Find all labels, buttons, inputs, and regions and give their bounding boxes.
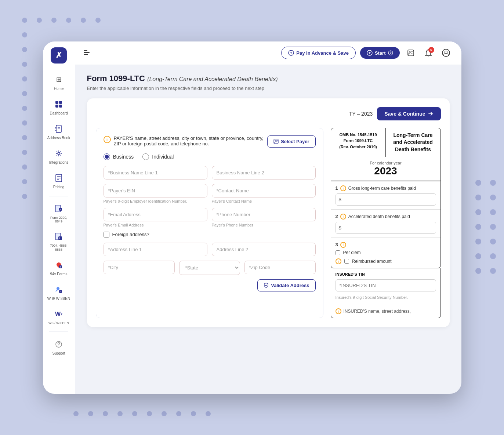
start-plus-icon — [367, 50, 373, 56]
sidebar-item-dashboard[interactable]: Dashboard — [45, 95, 73, 119]
pay-advance-button[interactable]: Pay in Advance & Save — [281, 47, 356, 59]
form-card: TY – 2023 Save & Continue i — [87, 98, 450, 327]
reimbursed-checkbox[interactable] — [344, 259, 349, 264]
insured-tin-heading: INSURED'S TIN — [336, 272, 436, 276]
name-fields-row — [104, 166, 316, 180]
per-diem-label: Per diem — [343, 250, 361, 255]
address-line2-input[interactable] — [212, 243, 316, 256]
validate-row: Validate Address — [104, 279, 316, 291]
shield-check-icon — [264, 283, 269, 288]
city-state-zip-row: *State — [104, 261, 316, 275]
sidebar-item-label: W-9/ W-8BEN — [48, 321, 69, 325]
sidebar-item-form7004[interactable]: 2 7004, 4868, 8868 — [45, 228, 73, 255]
sidebar-item-label: Address Book — [47, 136, 70, 140]
form7004-icon: 2 — [53, 231, 65, 243]
form-subtitle: (Long-Term Care and Accelerated Death Be… — [147, 76, 278, 82]
business-radio[interactable] — [104, 153, 110, 160]
support-icon — [53, 338, 65, 350]
field2-dollar-input: $ — [336, 222, 436, 234]
contact-name-field: Payer's Contact Name — [212, 184, 316, 203]
business-name-1-input[interactable] — [104, 166, 207, 180]
business-name-2-input[interactable] — [212, 166, 316, 180]
sidebar-item-integrations[interactable]: Integrations — [45, 145, 73, 168]
individual-radio-label[interactable]: Individual — [142, 153, 174, 160]
field1-number: 1 — [336, 185, 338, 191]
sidebar-item-home[interactable]: ⊞ Home — [45, 71, 73, 94]
svg-text:2: 2 — [60, 209, 61, 211]
address-line2-field — [212, 243, 316, 256]
sidebar-item-pricing[interactable]: Pricing — [45, 169, 73, 192]
individual-radio[interactable] — [142, 153, 149, 160]
payer-header: i PAYER'S name, street address, city or … — [104, 135, 316, 148]
address-line1-input[interactable] — [104, 243, 207, 256]
start-label: Start — [375, 50, 386, 56]
sidebar-item-address-book[interactable]: Address Book — [45, 120, 73, 143]
select-payer-label: Select Payer — [281, 139, 309, 144]
insured-name-hint: i INSURED'S name, street address, — [336, 308, 436, 314]
user-profile-button[interactable] — [439, 46, 453, 59]
validate-address-button[interactable]: Validate Address — [257, 279, 315, 291]
svg-rect-1 — [59, 101, 62, 104]
svg-rect-7 — [55, 127, 57, 128]
business-label: Business — [113, 154, 134, 160]
form-body: i PAYER'S name, street address, city or … — [96, 128, 441, 319]
sidebar-item-94xforms[interactable]: 2 W-9/ W-8BEN — [45, 281, 73, 304]
start-button[interactable]: Start — [360, 47, 400, 59]
email-phone-row: Payer's Email Address Payer's Phone Numb… — [104, 208, 316, 227]
contacts-icon-button[interactable] — [404, 46, 417, 59]
address-book-icon — [53, 123, 65, 135]
business-name-1-field — [104, 166, 207, 180]
per-diem-checkbox[interactable] — [336, 250, 340, 255]
business-radio-label[interactable]: Business — [104, 153, 134, 160]
email-input[interactable] — [104, 208, 207, 221]
phone-hint: Payer's Phone Number — [212, 223, 316, 227]
sidebar-item-form2290[interactable]: 2 Form 2290, 8849 — [45, 200, 73, 227]
zip-input[interactable] — [244, 261, 316, 274]
menu-icon[interactable] — [84, 49, 92, 57]
state-field: *State — [179, 261, 240, 275]
contact-hint: Payer's Contact Name — [212, 199, 316, 203]
foreign-address-checkbox[interactable] — [104, 232, 109, 238]
notification-button[interactable]: 5 — [422, 46, 435, 59]
field1-input[interactable] — [344, 194, 436, 205]
sidebar-item-990forms[interactable]: 2 94x Forms — [45, 256, 73, 279]
home-icon: ⊞ — [53, 74, 65, 86]
field1-info-icon: i — [340, 185, 346, 191]
sidebar-item-w9forms[interactable]: W2 W-9/ W-8BEN — [45, 305, 73, 328]
sidebar-item-support[interactable]: Support — [45, 336, 73, 359]
field2-input[interactable] — [344, 222, 436, 233]
insured-name-info-icon: i — [336, 308, 341, 314]
select-payer-button[interactable]: Select Payer — [267, 135, 315, 148]
state-select[interactable]: *State — [179, 261, 240, 275]
rev-label: (Rev. October 2019) — [336, 144, 381, 150]
save-continue-button[interactable]: Save & Continue — [377, 107, 440, 120]
svg-text:2: 2 — [60, 290, 61, 293]
form-name: Form 1099-LTC — [87, 74, 145, 83]
svg-point-43 — [275, 140, 276, 141]
per-diem-row: Per diem — [336, 250, 436, 255]
payer-ein-input[interactable] — [104, 184, 207, 197]
ltc-field-1-row: 1 i Gross long-term care benefits paid $ — [331, 181, 440, 210]
svg-rect-9 — [55, 130, 57, 131]
zip-field — [244, 261, 316, 275]
dollar-sign-2: $ — [336, 222, 344, 233]
year-label: For calendar year — [336, 161, 436, 165]
field1-dollar-input: $ — [336, 193, 436, 206]
insured-tin-input[interactable] — [336, 279, 436, 291]
phone-input[interactable] — [212, 208, 316, 221]
svg-rect-38 — [408, 50, 414, 56]
ltc-title: Long-Term Care and Accelerated Death Ben… — [393, 132, 433, 152]
ltc-header-box: OMB No. 1545-1519 Form 1099-LTC (Rev. Oc… — [331, 128, 441, 182]
business-name-2-field — [212, 166, 316, 180]
field3-number: 3 — [336, 242, 338, 247]
city-field — [104, 261, 175, 275]
svg-point-27 — [58, 346, 59, 347]
ein-hint: Payer's 9-digit Employer Identification … — [104, 199, 207, 203]
svg-point-23 — [57, 287, 59, 290]
contact-name-input[interactable] — [212, 184, 316, 197]
form-card-header: TY – 2023 Save & Continue — [96, 107, 441, 120]
insured-name-section: i INSURED'S name, street address, — [331, 304, 441, 318]
field1-text: Gross long-term care benefits paid — [348, 186, 416, 191]
city-input[interactable] — [104, 261, 175, 274]
svg-rect-2 — [55, 105, 58, 108]
